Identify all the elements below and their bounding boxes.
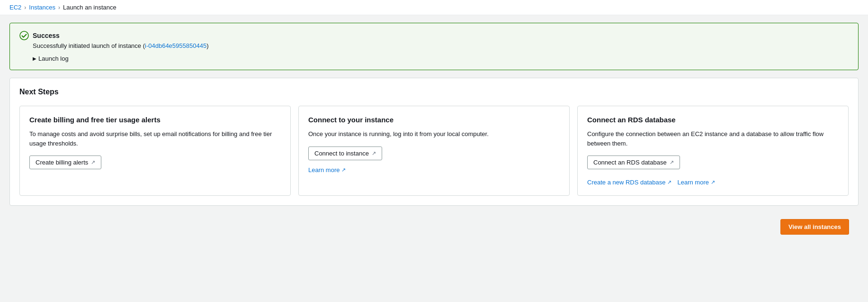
billing-alerts-card-desc: To manage costs and avoid surprise bills… (29, 129, 281, 148)
success-icon (19, 31, 29, 40)
success-message-end: ) (206, 42, 208, 49)
cards-grid: Create billing and free tier usage alert… (19, 106, 849, 196)
instance-id-link[interactable]: i-04db64e5955850445 (145, 42, 206, 49)
launch-log-section: ▶ Launch log (33, 55, 849, 62)
breadcrumb-ec2[interactable]: EC2 (9, 4, 21, 11)
billing-alerts-card: Create billing and free tier usage alert… (19, 106, 291, 196)
footer-row: View all instances (9, 213, 859, 240)
launch-log-toggle[interactable]: ▶ Launch log (33, 55, 849, 62)
breadcrumb: EC2 › Instances › Launch an instance (0, 0, 868, 15)
rds-learn-more-icon: ↗ (711, 179, 715, 185)
breadcrumb-sep-2: › (58, 4, 60, 11)
svg-point-0 (20, 31, 28, 40)
breadcrumb-sep-1: › (24, 4, 26, 11)
connect-rds-button[interactable]: Connect an RDS database ↗ (587, 156, 680, 169)
rds-card: Connect an RDS database Configure the co… (577, 106, 849, 196)
rds-card-title: Connect an RDS database (587, 116, 839, 124)
rds-learn-more-label: Learn more (677, 179, 708, 186)
launch-log-label: Launch log (38, 55, 69, 62)
create-rds-icon: ↗ (667, 179, 671, 185)
external-link-icon: ↗ (91, 159, 95, 165)
connect-learn-more-icon: ↗ (341, 167, 346, 173)
rds-extra-links: Create a new RDS database ↗ Learn more ↗ (587, 179, 839, 186)
next-steps-section: Next Steps Create billing and free tier … (9, 78, 859, 206)
rds-card-desc: Configure the connection between an EC2 … (587, 129, 839, 148)
create-billing-alerts-button[interactable]: Create billing alerts ↗ (29, 156, 101, 169)
billing-alerts-card-title: Create billing and free tier usage alert… (29, 116, 281, 124)
rds-external-link-icon: ↗ (670, 159, 674, 165)
connect-external-link-icon: ↗ (372, 150, 376, 156)
create-rds-label: Create a new RDS database (587, 179, 665, 186)
create-rds-link[interactable]: Create a new RDS database ↗ (587, 179, 671, 186)
connect-to-instance-button[interactable]: Connect to instance ↗ (308, 146, 382, 160)
breadcrumb-instances[interactable]: Instances (29, 4, 55, 11)
connect-instance-card-title: Connect to your instance (308, 116, 560, 124)
rds-learn-more-link[interactable]: Learn more ↗ (677, 179, 715, 186)
connect-to-instance-label: Connect to instance (314, 150, 369, 157)
success-banner: Success Successfully initiated launch of… (9, 23, 859, 70)
connect-instance-card: Connect to your instance Once your insta… (298, 106, 570, 196)
success-title: Success (33, 32, 60, 39)
view-all-instances-button[interactable]: View all instances (780, 219, 849, 235)
create-billing-alerts-label: Create billing alerts (36, 159, 88, 166)
success-message: Successfully initiated launch of instanc… (33, 42, 849, 49)
connect-learn-more-link[interactable]: Learn more ↗ (308, 166, 346, 174)
breadcrumb-current: Launch an instance (63, 4, 116, 11)
connect-learn-more-label: Learn more (308, 166, 340, 174)
connect-instance-card-desc: Once your instance is running, log into … (308, 129, 560, 139)
next-steps-title: Next Steps (19, 88, 849, 96)
launch-log-arrow-icon: ▶ (33, 56, 36, 61)
connect-rds-label: Connect an RDS database (593, 159, 667, 166)
success-message-text: Successfully initiated launch of instanc… (33, 42, 145, 49)
